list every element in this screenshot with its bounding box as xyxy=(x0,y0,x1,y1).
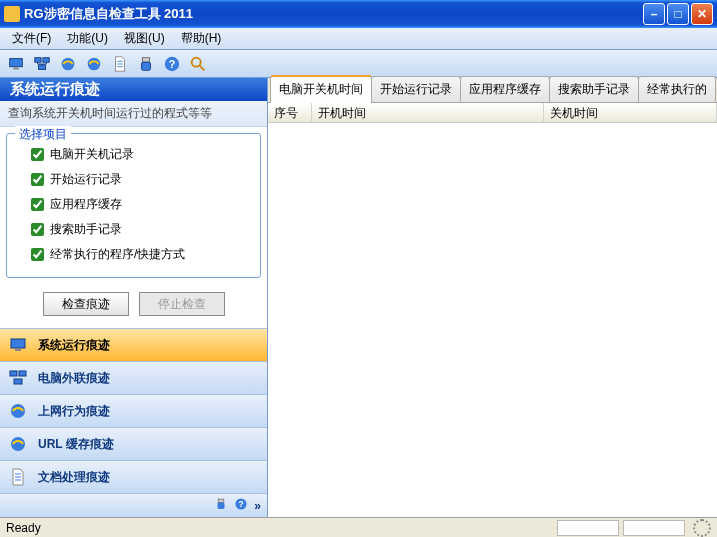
svg-rect-1 xyxy=(13,67,18,69)
checkbox[interactable] xyxy=(31,148,44,161)
checkbox[interactable] xyxy=(31,198,44,211)
check-label: 电脑开关机记录 xyxy=(50,146,134,163)
menu-view[interactable]: 视图(U) xyxy=(116,28,173,49)
footer-help-icon[interactable]: ? xyxy=(234,497,248,514)
tab-freq-exec[interactable]: 经常执行的 xyxy=(638,76,716,102)
tool-ie2-icon[interactable] xyxy=(82,52,106,76)
check-label: 搜索助手记录 xyxy=(50,221,122,238)
svg-rect-20 xyxy=(218,503,225,509)
status-text: Ready xyxy=(6,521,553,535)
sidebar-description: 查询系统开关机时间运行过的程式等等 xyxy=(0,101,267,127)
minimize-button[interactable]: – xyxy=(643,3,665,25)
tool-network-icon[interactable] xyxy=(30,52,54,76)
nav-system-traces[interactable]: 系统运行痕迹 xyxy=(0,328,267,361)
close-button[interactable]: ✕ xyxy=(691,3,713,25)
svg-rect-3 xyxy=(43,57,49,62)
check-power-log[interactable]: 电脑开关机记录 xyxy=(13,142,254,167)
nav-label: 文档处理痕迹 xyxy=(38,469,110,486)
col-seq[interactable]: 序号 xyxy=(268,103,312,122)
tab-app-cache[interactable]: 应用程序缓存 xyxy=(460,76,550,102)
spinner-icon xyxy=(693,519,711,537)
svg-rect-14 xyxy=(10,371,17,376)
ie-icon xyxy=(8,401,28,421)
tool-monitor-icon[interactable] xyxy=(4,52,28,76)
nav-label: 上网行为痕迹 xyxy=(38,403,110,420)
svg-rect-2 xyxy=(35,57,41,62)
check-traces-button[interactable]: 检查痕迹 xyxy=(43,292,129,316)
check-search-log[interactable]: 搜索助手记录 xyxy=(13,217,254,242)
col-power-on[interactable]: 开机时间 xyxy=(312,103,544,122)
ie-icon xyxy=(8,434,28,454)
footer-usb-icon[interactable] xyxy=(214,497,228,514)
check-freq-exec[interactable]: 经常执行的程序/快捷方式 xyxy=(13,242,254,267)
svg-rect-12 xyxy=(11,339,25,348)
monitor-icon xyxy=(8,335,28,355)
check-label: 应用程序缓存 xyxy=(50,196,122,213)
checkbox[interactable] xyxy=(31,248,44,261)
svg-rect-8 xyxy=(142,62,151,70)
nav-url-cache[interactable]: URL 缓存痕迹 xyxy=(0,427,267,460)
svg-text:?: ? xyxy=(169,57,176,69)
check-app-cache[interactable]: 应用程序缓存 xyxy=(13,192,254,217)
main-panel: 电脑开关机时间 开始运行记录 应用程序缓存 搜索助手记录 经常执行的 序号 开机… xyxy=(268,78,717,517)
col-power-off[interactable]: 关机时间 xyxy=(544,103,717,122)
nav-label: 系统运行痕迹 xyxy=(38,337,110,354)
stop-check-button: 停止检查 xyxy=(139,292,225,316)
tool-document-icon[interactable] xyxy=(108,52,132,76)
footer-expand-icon[interactable]: » xyxy=(254,499,261,513)
svg-rect-7 xyxy=(142,57,149,62)
menu-function[interactable]: 功能(U) xyxy=(59,28,116,49)
status-bar: Ready xyxy=(0,517,717,537)
check-run-log[interactable]: 开始运行记录 xyxy=(13,167,254,192)
title-bar: RG涉密信息自检查工具 2011 – □ ✕ xyxy=(0,0,717,28)
tool-search-icon[interactable] xyxy=(186,52,210,76)
tool-usb-icon[interactable] xyxy=(134,52,158,76)
checkbox[interactable] xyxy=(31,173,44,186)
menu-bar: 文件(F) 功能(U) 视图(U) 帮助(H) xyxy=(0,28,717,50)
tool-ie-icon[interactable] xyxy=(56,52,80,76)
nav-list: 系统运行痕迹 电脑外联痕迹 上网行为痕迹 URL 缓存痕迹 文档处理痕迹 ? xyxy=(0,328,267,517)
status-segment xyxy=(623,520,685,536)
checkbox[interactable] xyxy=(31,223,44,236)
tool-help-icon[interactable]: ? xyxy=(160,52,184,76)
toolbar: ? xyxy=(0,50,717,78)
column-headers: 序号 开机时间 关机时间 xyxy=(268,103,717,123)
menu-file[interactable]: 文件(F) xyxy=(4,28,59,49)
network-icon xyxy=(8,368,28,388)
status-segment xyxy=(557,520,619,536)
sidebar-header: 系统运行痕迹 xyxy=(0,78,267,101)
nav-label: URL 缓存痕迹 xyxy=(38,436,114,453)
tab-search-log[interactable]: 搜索助手记录 xyxy=(549,76,639,102)
fieldset-legend: 选择项目 xyxy=(15,126,71,143)
svg-rect-19 xyxy=(219,499,225,503)
svg-rect-13 xyxy=(15,349,21,351)
tab-power-time[interactable]: 电脑开关机时间 xyxy=(270,75,372,103)
nav-footer: ? » xyxy=(0,493,267,517)
window-title: RG涉密信息自检查工具 2011 xyxy=(24,5,643,23)
list-body xyxy=(268,123,717,517)
sidebar: 系统运行痕迹 查询系统开关机时间运行过的程式等等 选择项目 电脑开关机记录 开始… xyxy=(0,78,268,517)
app-icon xyxy=(4,6,20,22)
svg-point-11 xyxy=(192,57,201,66)
svg-rect-15 xyxy=(19,371,26,376)
document-icon xyxy=(8,467,28,487)
svg-text:?: ? xyxy=(239,499,244,509)
nav-internet-behavior[interactable]: 上网行为痕迹 xyxy=(0,394,267,427)
options-fieldset: 选择项目 电脑开关机记录 开始运行记录 应用程序缓存 搜索助手记录 经常执行的程… xyxy=(6,133,261,278)
nav-document-traces[interactable]: 文档处理痕迹 xyxy=(0,460,267,493)
check-label: 经常执行的程序/快捷方式 xyxy=(50,246,185,263)
nav-external-conn[interactable]: 电脑外联痕迹 xyxy=(0,361,267,394)
nav-label: 电脑外联痕迹 xyxy=(38,370,110,387)
tab-run-log[interactable]: 开始运行记录 xyxy=(371,76,461,102)
maximize-button[interactable]: □ xyxy=(667,3,689,25)
check-label: 开始运行记录 xyxy=(50,171,122,188)
svg-rect-0 xyxy=(10,58,23,66)
tabs: 电脑开关机时间 开始运行记录 应用程序缓存 搜索助手记录 经常执行的 xyxy=(268,78,717,103)
svg-rect-16 xyxy=(14,379,22,384)
menu-help[interactable]: 帮助(H) xyxy=(173,28,230,49)
